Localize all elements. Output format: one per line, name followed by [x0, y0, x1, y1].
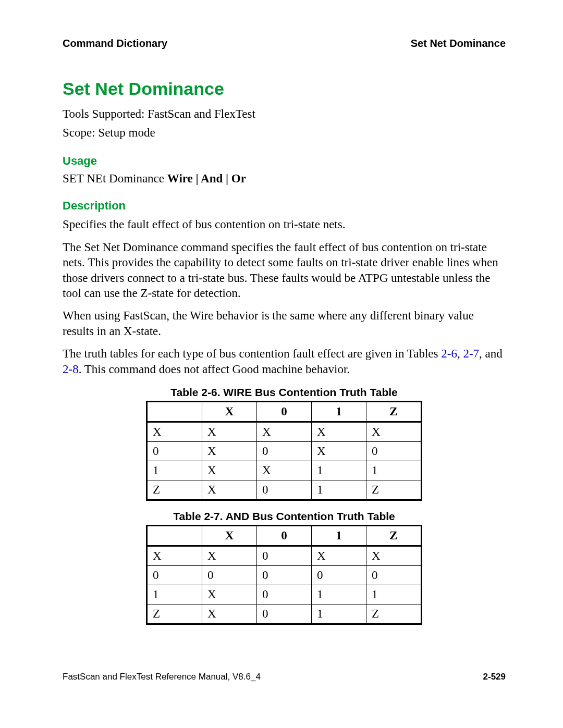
xref-table-2-7[interactable]: 2-7: [463, 347, 479, 360]
td: 0: [312, 566, 366, 585]
table-2-7: X 0 1 Z X X 0 X X 0 0 0 0 0 1: [146, 525, 422, 625]
table-row: Z X 0 1 Z: [147, 604, 422, 624]
description-p1: Specifies the fault effect of bus conten…: [63, 217, 506, 232]
table-header-row: X 0 1 Z: [147, 402, 422, 422]
td: X: [366, 422, 422, 442]
table-row: X X X X X: [147, 422, 422, 442]
header-left: Command Dictionary: [63, 38, 167, 50]
running-footer: FastScan and FlexTest Reference Manual, …: [63, 672, 506, 682]
td: 1: [312, 461, 366, 480]
td: X: [202, 461, 257, 480]
td: 0: [366, 442, 422, 461]
td: X: [202, 442, 257, 461]
th: X: [202, 402, 257, 422]
td: 1: [147, 461, 202, 480]
page-number: 2-529: [483, 672, 506, 682]
th: [147, 402, 202, 422]
th: Z: [366, 526, 422, 546]
table-row: Z X 0 1 Z: [147, 480, 422, 500]
th: [147, 526, 202, 546]
td: 0: [147, 442, 202, 461]
table-2-6: X 0 1 Z X X X X X 0 X 0 X 0 1: [146, 401, 422, 501]
p4-text-b: . This command does not affect Good mach…: [79, 363, 350, 376]
td: 0: [366, 566, 422, 585]
th: 0: [257, 402, 312, 422]
description-p2: The Set Net Dominance command specifies …: [63, 240, 506, 301]
scope-line: Scope: Setup mode: [63, 125, 506, 141]
th: 1: [312, 402, 366, 422]
page: Command Dictionary Set Net Dominance Set…: [0, 0, 563, 708]
th: 1: [312, 526, 366, 546]
td: X: [312, 546, 366, 566]
table-2-6-caption: Table 2-6. WIRE Bus Contention Truth Tab…: [63, 386, 506, 399]
table-row: 1 X 0 1 1: [147, 585, 422, 604]
td: 0: [257, 566, 312, 585]
xref-table-2-6[interactable]: 2-6: [441, 347, 457, 360]
usage-syntax: SET NEt Dominance Wire | And | Or: [63, 172, 506, 186]
td: X: [147, 546, 202, 566]
td: 0: [257, 604, 312, 624]
p4-sep1: ,: [457, 347, 463, 360]
td: 1: [312, 604, 366, 624]
td: Z: [147, 604, 202, 624]
td: X: [202, 480, 257, 500]
header-right: Set Net Dominance: [411, 38, 506, 50]
td: X: [202, 604, 257, 624]
td: 0: [202, 566, 257, 585]
td: X: [257, 422, 312, 442]
td: X: [257, 461, 312, 480]
table-row: 1 X X 1 1: [147, 461, 422, 480]
td: X: [202, 422, 257, 442]
td: 0: [257, 480, 312, 500]
td: X: [312, 442, 366, 461]
td: Z: [147, 480, 202, 500]
td: 0: [257, 442, 312, 461]
running-header: Command Dictionary Set Net Dominance: [63, 38, 506, 50]
td: X: [202, 585, 257, 604]
table-row: 0 0 0 0 0: [147, 566, 422, 585]
td: Z: [366, 480, 422, 500]
p4-sep2: , and: [479, 347, 503, 360]
td: 1: [366, 461, 422, 480]
usage-options: Wire | And | Or: [167, 172, 246, 185]
td: 1: [147, 585, 202, 604]
td: Z: [366, 604, 422, 624]
th: 0: [257, 526, 312, 546]
td: X: [147, 422, 202, 442]
td: 1: [312, 585, 366, 604]
td: 0: [257, 585, 312, 604]
td: 1: [366, 585, 422, 604]
td: X: [366, 546, 422, 566]
td: 0: [257, 546, 312, 566]
table-row: 0 X 0 X 0: [147, 442, 422, 461]
xref-table-2-8[interactable]: 2-8: [63, 363, 79, 376]
footer-left: FastScan and FlexTest Reference Manual, …: [63, 672, 261, 682]
table-header-row: X 0 1 Z: [147, 526, 422, 546]
th: X: [202, 526, 257, 546]
description-heading: Description: [63, 199, 506, 213]
td: 0: [147, 566, 202, 585]
td: X: [312, 422, 366, 442]
td: 1: [312, 480, 366, 500]
table-2-7-caption: Table 2-7. AND Bus Contention Truth Tabl…: [63, 510, 506, 523]
description-p3: When using FastScan, the Wire behavior i…: [63, 308, 506, 339]
th: Z: [366, 402, 422, 422]
usage-heading: Usage: [63, 154, 506, 168]
description-p4: The truth tables for each type of bus co…: [63, 346, 506, 377]
tools-supported: Tools Supported: FastScan and FlexTest: [63, 106, 506, 122]
table-row: X X 0 X X: [147, 546, 422, 566]
td: X: [202, 546, 257, 566]
p4-text-a: The truth tables for each type of bus co…: [63, 347, 441, 360]
page-title: Set Net Dominance: [63, 79, 506, 99]
usage-prefix: SET NEt Dominance: [63, 172, 167, 185]
